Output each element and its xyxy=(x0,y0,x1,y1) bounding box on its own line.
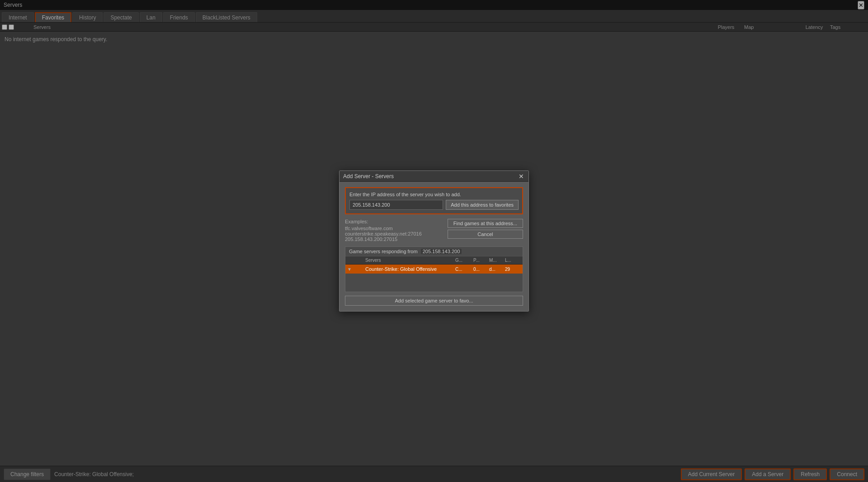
server-list-row-0[interactable]: ▼ Counter-Strike: Global Offensive C... … xyxy=(345,265,523,274)
sl-p-header: P... xyxy=(473,258,489,263)
game-servers-label: Game servers responding from 205.158.143… xyxy=(345,247,523,256)
srv-name: Counter-Strike: Global Offensive xyxy=(365,266,455,272)
example-1: tfc.valvesoftware.com xyxy=(345,226,443,231)
ip-label: Enter the IP address of the server you w… xyxy=(349,192,519,197)
action-buttons: Find games at this address... Cancel xyxy=(448,219,523,242)
add-server-dialog: Add Server - Servers ✕ Enter the IP addr… xyxy=(339,170,529,312)
dialog-title: Add Server - Servers xyxy=(343,173,394,180)
ip-address-input[interactable] xyxy=(349,200,443,210)
srv-m: d... xyxy=(489,267,505,272)
servers-list-header: Servers G... P... M... L... xyxy=(345,256,523,265)
example-2: counterstrike.speakeasy.net:27016 xyxy=(345,231,443,236)
examples-title: Examples: xyxy=(345,219,443,224)
examples-section: Examples: tfc.valvesoftware.com counters… xyxy=(345,219,443,242)
dialog-body: Enter the IP address of the server you w… xyxy=(340,182,528,311)
ip-section: Enter the IP address of the server you w… xyxy=(345,187,523,214)
add-to-favorites-button[interactable]: Add this address to favorites xyxy=(446,200,519,210)
sl-m-header: M... xyxy=(489,258,505,263)
sl-l-header: L... xyxy=(505,258,521,263)
cancel-button[interactable]: Cancel xyxy=(448,230,523,239)
game-servers-address: 205.158.143.200 xyxy=(421,249,462,254)
middle-section: Examples: tfc.valvesoftware.com counters… xyxy=(345,219,523,242)
sl-g-header: G... xyxy=(455,258,473,263)
game-servers-section: Game servers responding from 205.158.143… xyxy=(345,246,523,292)
example-3: 205.158.143.200:27015 xyxy=(345,236,443,242)
srv-icon: ▼ xyxy=(347,267,356,272)
sl-servers-header: Servers xyxy=(365,258,455,263)
game-servers-label-text: Game servers responding from xyxy=(349,249,418,254)
ip-row: Add this address to favorites xyxy=(349,200,519,210)
srv-l: 29 xyxy=(505,267,521,272)
dialog-title-bar: Add Server - Servers ✕ xyxy=(340,171,528,182)
dialog-close-button[interactable]: ✕ xyxy=(518,173,525,180)
add-selected-server-button[interactable]: Add selected game server to favo... xyxy=(345,296,523,306)
srv-g: C... xyxy=(455,267,473,272)
servers-list-body: ▼ Counter-Strike: Global Offensive C... … xyxy=(345,265,523,292)
srv-p: 0... xyxy=(473,267,489,272)
modal-overlay: Add Server - Servers ✕ Enter the IP addr… xyxy=(0,0,868,482)
find-games-button[interactable]: Find games at this address... xyxy=(448,219,523,228)
